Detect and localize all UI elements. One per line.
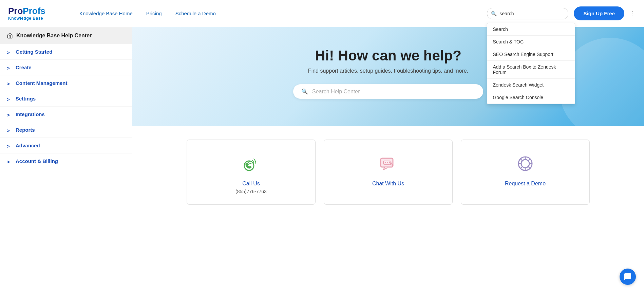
- signup-button[interactable]: Sign Up Free: [574, 6, 624, 20]
- lifebuoy-icon: [515, 153, 535, 174]
- logo-profs: Profs: [23, 6, 45, 16]
- sidebar-item-reports-label: Reports: [16, 127, 35, 133]
- header: ProProfs Knowledge Base Knowledge Base H…: [0, 0, 644, 27]
- chevron-right-icon: >: [7, 50, 12, 54]
- chevron-right-icon: >: [7, 112, 12, 117]
- sidebar-item-integrations[interactable]: > Integrations: [0, 107, 132, 122]
- svg-point-7: [521, 160, 529, 168]
- dropdown-item-search-toc[interactable]: Search & TOC: [487, 36, 575, 48]
- chevron-right-icon: >: [7, 143, 12, 148]
- sidebar-home[interactable]: Knowledge Base Help Center: [0, 27, 132, 44]
- card-chat-us[interactable]: Chat With Us: [324, 140, 453, 205]
- chevron-right-icon: >: [7, 159, 12, 164]
- sidebar-home-label: Knowledge Base Help Center: [16, 33, 92, 39]
- dropdown-item-google-console[interactable]: Google Search Console: [487, 91, 575, 104]
- sidebar-item-account-billing[interactable]: > Account & Billing: [0, 153, 132, 169]
- card-call-us[interactable]: Call Us (855)776-7763: [187, 140, 316, 205]
- sidebar-item-settings[interactable]: > Settings: [0, 91, 132, 107]
- header-search-wrapper: 🔍 Search Search & TOC SEO Search Engine …: [487, 8, 568, 19]
- chevron-right-icon: >: [7, 65, 12, 70]
- sidebar-item-getting-started-label: Getting Started: [16, 49, 52, 55]
- sidebar: Knowledge Base Help Center > Getting Sta…: [0, 27, 132, 293]
- card-chat-title: Chat With Us: [332, 181, 444, 187]
- nav-home-link[interactable]: Knowledge Base Home: [79, 11, 133, 16]
- dropdown-item-zendesk-forum[interactable]: Add a Search Box to Zendesk Forum: [487, 61, 575, 79]
- sidebar-item-advanced-label: Advanced: [16, 143, 40, 148]
- sidebar-item-reports[interactable]: > Reports: [0, 122, 132, 138]
- sidebar-item-integrations-label: Integrations: [16, 111, 45, 117]
- chevron-right-icon: >: [7, 81, 12, 86]
- sidebar-item-account-billing-label: Account & Billing: [16, 158, 58, 164]
- chevron-right-icon: >: [7, 96, 12, 101]
- chat-bubble-icon: [624, 273, 632, 281]
- more-icon[interactable]: ⋮: [630, 10, 636, 17]
- chat-icon: [378, 153, 398, 174]
- hero-search-icon: 🔍: [301, 88, 308, 95]
- search-dropdown: Search Search & TOC SEO Search Engine Su…: [487, 23, 575, 104]
- dropdown-item-zendesk-widget[interactable]: Zendesk Search Widget: [487, 79, 575, 91]
- dropdown-item-seo[interactable]: SEO Search Engine Support: [487, 48, 575, 61]
- main-nav: Knowledge Base Home Pricing Schedule a D…: [79, 11, 487, 16]
- sidebar-item-content-management[interactable]: > Content Management: [0, 75, 132, 91]
- hero-search-placeholder: Search Help Center: [312, 89, 360, 95]
- sidebar-item-create-label: Create: [16, 65, 32, 70]
- card-call-title: Call Us: [195, 181, 307, 187]
- logo-pro: Pro: [8, 6, 23, 16]
- svg-point-4: [387, 162, 388, 163]
- card-request-demo[interactable]: Request a Demo: [461, 140, 590, 205]
- header-right: 🔍 Search Search & TOC SEO Search Engine …: [487, 6, 636, 20]
- nav-pricing-link[interactable]: Pricing: [146, 11, 162, 16]
- chevron-right-icon: >: [7, 128, 12, 132]
- header-search-icon: 🔍: [491, 11, 497, 16]
- sidebar-item-settings-label: Settings: [16, 96, 36, 102]
- logo: ProProfs Knowledge Base: [8, 6, 59, 21]
- svg-point-5: [389, 162, 390, 163]
- home-icon: [7, 33, 13, 39]
- chat-bubble-button[interactable]: [620, 269, 636, 285]
- card-demo-title: Request a Demo: [469, 181, 581, 187]
- phone-icon: [241, 153, 261, 174]
- nav-demo-link[interactable]: Schedule a Demo: [175, 11, 216, 16]
- hero-search-box[interactable]: 🔍 Search Help Center: [293, 84, 483, 99]
- sidebar-item-getting-started[interactable]: > Getting Started: [0, 44, 132, 60]
- sidebar-item-advanced[interactable]: > Advanced: [0, 138, 132, 153]
- cards-section: Call Us (855)776-7763 Chat With: [132, 126, 644, 218]
- svg-point-3: [385, 162, 386, 163]
- sidebar-item-content-management-label: Content Management: [16, 80, 68, 86]
- card-call-sub: (855)776-7763: [195, 189, 307, 194]
- header-search-input[interactable]: [487, 8, 568, 19]
- logo-subtitle: Knowledge Base: [8, 16, 59, 21]
- sidebar-item-create[interactable]: > Create: [0, 60, 132, 75]
- dropdown-item-search[interactable]: Search: [487, 23, 575, 36]
